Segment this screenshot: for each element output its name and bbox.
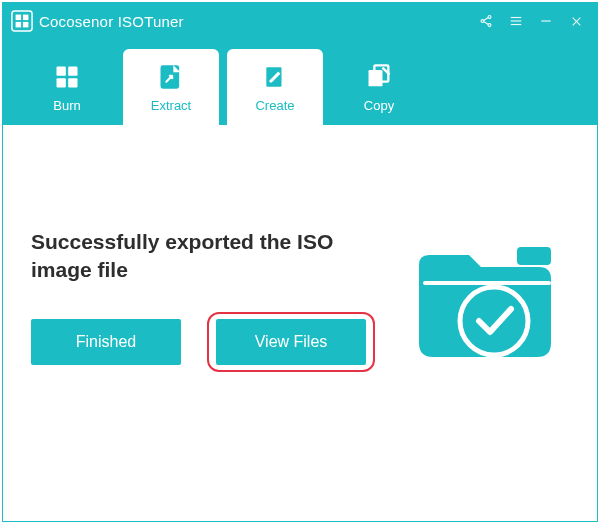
tab-burn[interactable]: Burn [19,49,115,125]
tab-create[interactable]: Create [227,49,323,125]
menu-button[interactable] [501,7,531,35]
app-logo-icon [11,10,33,32]
tab-label: Burn [53,98,80,113]
copy-icon [365,62,393,92]
app-title: Cocosenor ISOTuner [39,13,184,30]
share-button[interactable] [471,7,501,35]
main-content: Successfully exported the ISO image file… [3,125,597,521]
tab-label: Extract [151,98,191,113]
finished-button[interactable]: Finished [31,319,181,365]
tab-extract[interactable]: Extract [123,49,219,125]
tab-label: Copy [364,98,394,113]
svg-line-8 [484,18,489,21]
close-button[interactable] [561,7,591,35]
svg-line-9 [484,22,489,25]
burn-icon [53,62,81,92]
svg-rect-17 [68,66,77,75]
svg-rect-2 [23,15,28,20]
viewfiles-highlight: View Files [207,312,375,372]
finished-button-label: Finished [76,333,136,351]
view-files-button-label: View Files [255,333,328,351]
svg-rect-16 [57,66,66,75]
svg-rect-19 [68,78,77,87]
svg-rect-18 [57,78,66,87]
folder-check-icon [399,225,569,375]
svg-rect-3 [16,22,21,27]
svg-rect-1 [16,15,21,20]
view-files-button[interactable]: View Files [216,319,366,365]
app-window: Cocosenor ISOTuner [2,2,598,522]
tab-label: Create [255,98,294,113]
svg-rect-0 [12,11,32,31]
create-icon [262,62,288,92]
success-message: Successfully exported the ISO image file [31,228,361,285]
tab-copy[interactable]: Copy [331,49,427,125]
svg-point-25 [460,287,528,355]
svg-rect-4 [23,22,28,27]
tab-bar: Burn Extract Create [3,39,597,125]
extract-icon [157,62,185,92]
title-bar: Cocosenor ISOTuner [3,3,597,39]
minimize-button[interactable] [531,7,561,35]
svg-rect-24 [517,247,551,265]
